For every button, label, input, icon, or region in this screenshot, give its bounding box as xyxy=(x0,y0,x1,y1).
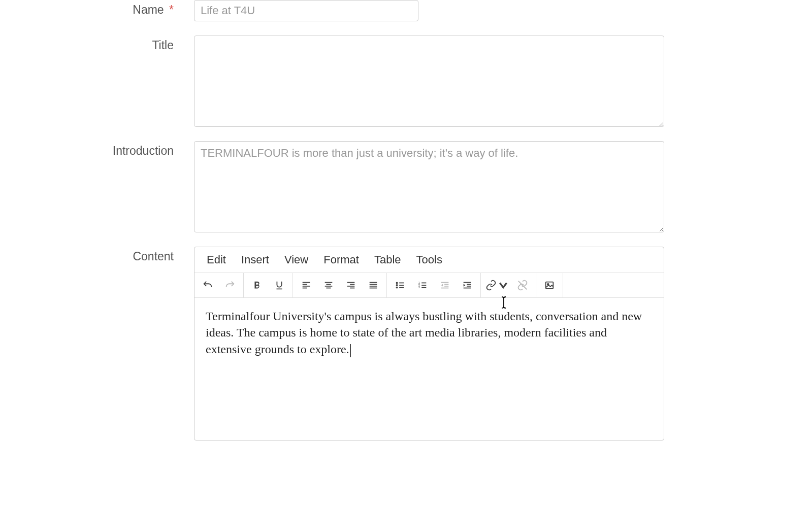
introduction-label: Introduction xyxy=(113,144,174,157)
menu-format[interactable]: Format xyxy=(316,250,366,269)
content-editor: Edit Insert View Format Table Tools xyxy=(194,247,664,441)
svg-point-17 xyxy=(396,285,397,286)
bullet-list-button[interactable] xyxy=(389,274,411,296)
outdent-icon xyxy=(439,280,450,291)
svg-text:3: 3 xyxy=(418,286,420,289)
chevron-down-icon xyxy=(498,280,509,291)
undo-button[interactable] xyxy=(197,274,219,296)
numbered-list-icon: 123 xyxy=(417,280,428,291)
numbered-list-button[interactable]: 123 xyxy=(411,274,434,296)
editor-toolbar: 123 xyxy=(194,273,664,298)
menu-insert[interactable]: Insert xyxy=(234,250,276,269)
outdent-button[interactable] xyxy=(434,274,456,296)
align-left-icon xyxy=(301,280,312,291)
align-right-icon xyxy=(345,280,356,291)
align-center-icon xyxy=(323,280,334,291)
unlink-icon xyxy=(517,280,528,291)
justify-button[interactable] xyxy=(362,274,384,296)
menu-view[interactable]: View xyxy=(277,250,315,269)
svg-point-16 xyxy=(396,282,397,283)
menu-tools[interactable]: Tools xyxy=(409,250,449,269)
introduction-textarea[interactable] xyxy=(194,141,664,232)
align-right-button[interactable] xyxy=(340,274,362,296)
align-left-button[interactable] xyxy=(295,274,317,296)
justify-icon xyxy=(368,280,379,291)
bold-icon xyxy=(251,280,263,291)
required-indicator: * xyxy=(169,3,174,16)
text-cursor xyxy=(350,344,351,357)
name-input[interactable] xyxy=(194,0,418,21)
bold-button[interactable] xyxy=(246,274,268,296)
image-icon xyxy=(544,280,555,291)
title-label: Title xyxy=(152,39,174,52)
unlink-button[interactable] xyxy=(511,274,534,296)
redo-icon xyxy=(224,280,236,291)
redo-button[interactable] xyxy=(219,274,241,296)
image-button[interactable] xyxy=(538,274,561,296)
underline-button[interactable] xyxy=(268,274,290,296)
content-text: Terminalfour University's campus is alwa… xyxy=(206,310,642,356)
title-textarea[interactable] xyxy=(194,36,664,127)
indent-icon xyxy=(462,280,473,291)
menu-table[interactable]: Table xyxy=(367,250,408,269)
undo-icon xyxy=(202,280,213,291)
align-center-button[interactable] xyxy=(317,274,340,296)
bullet-list-icon xyxy=(395,280,406,291)
menu-edit[interactable]: Edit xyxy=(200,250,233,269)
content-label: Content xyxy=(133,250,174,263)
indent-button[interactable] xyxy=(456,274,478,296)
name-label: Name xyxy=(133,3,164,16)
editor-body[interactable]: Terminalfour University's campus is alwa… xyxy=(194,298,664,440)
svg-point-18 xyxy=(396,287,397,288)
underline-icon xyxy=(274,280,285,291)
editor-menubar: Edit Insert View Format Table Tools xyxy=(194,247,664,273)
link-button[interactable] xyxy=(483,274,511,296)
link-icon xyxy=(485,280,497,291)
